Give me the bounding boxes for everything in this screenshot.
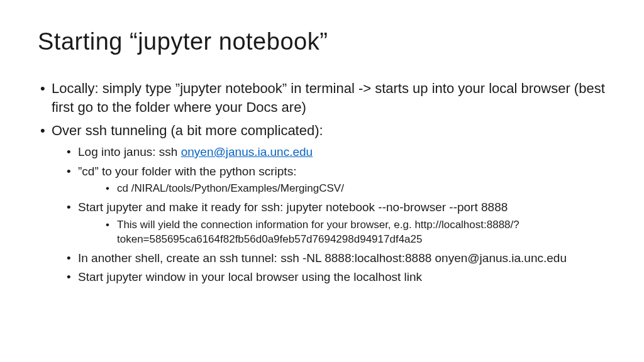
bullet-list: Locally: simply type ”jupyter notebook” … — [38, 79, 606, 285]
list-item: Start jupyter window in your local brows… — [52, 269, 606, 285]
list-item: Start jupyter and make it ready for ssh:… — [52, 199, 606, 247]
bullet-list-nested: Log into janus: ssh onyen@janus.ia.unc.e… — [52, 144, 606, 285]
list-item-text: Over ssh tunneling (a bit more complicat… — [52, 123, 323, 138]
list-item: In another shell, create an ssh tunnel: … — [52, 250, 606, 266]
list-item: cd /NIRAL/tools/Python/Examples/MergingC… — [78, 182, 606, 196]
list-item-text: Start jupyter and make it ready for ssh:… — [78, 200, 508, 214]
list-item: Log into janus: ssh onyen@janus.ia.unc.e… — [52, 144, 606, 160]
list-item: Over ssh tunneling (a bit more complicat… — [38, 121, 606, 285]
list-item: This will yield the connection informati… — [78, 218, 606, 247]
list-item-text: Log into janus: ssh — [78, 145, 181, 158]
list-item: ”cd” to your folder with the python scri… — [52, 163, 606, 197]
bullet-list-nested-2: This will yield the connection informati… — [78, 218, 606, 247]
ssh-link[interactable]: onyen@janus.ia.unc.edu — [181, 145, 313, 158]
list-item-text: ”cd” to your folder with the python scri… — [78, 165, 296, 178]
bullet-list-nested-2: cd /NIRAL/tools/Python/Examples/MergingC… — [78, 182, 606, 196]
list-item: Locally: simply type ”jupyter notebook” … — [38, 79, 606, 116]
slide-title: Starting “jupyter notebook” — [38, 28, 606, 55]
